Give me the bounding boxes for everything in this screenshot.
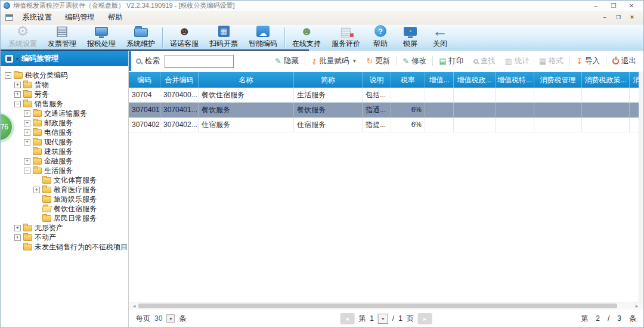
action-button-统计[interactable]: ▥统计: [500, 56, 534, 66]
horizontal-scrollbar[interactable]: ◂ ▸: [129, 302, 643, 310]
action-button-修改[interactable]: ✎修改: [398, 56, 431, 66]
scrollbar-thumb[interactable]: [138, 304, 617, 308]
tree-node-金融服务[interactable]: +金融服务: [5, 156, 127, 166]
column-header-消费税政策...[interactable]: 消费税政策...: [582, 72, 630, 88]
close-button[interactable]: ✕: [623, 1, 640, 11]
tree-node-交通运输服务[interactable]: +交通运输服务: [5, 109, 127, 118]
scroll-right-arrow-icon[interactable]: ▸: [633, 302, 641, 310]
toolbar-button-系统维护[interactable]: 系统维护: [121, 23, 160, 49]
toolbar-button-帮助[interactable]: ?帮助: [366, 23, 395, 49]
toolbar-button-锁屏[interactable]: ▪锁屏: [395, 23, 425, 49]
tree-node-旅游娱乐服务[interactable]: 旅游娱乐服务: [5, 194, 127, 204]
table-row-2[interactable]: 30704013070401...餐饮服务餐饮服务指通...6%: [129, 103, 643, 117]
tree-node-居民日常服务[interactable]: 居民日常服务: [5, 213, 127, 223]
mdi-document-icon[interactable]: [5, 14, 13, 21]
update-icon: ↻: [366, 57, 373, 65]
column-header-编码[interactable]: 编码: [129, 72, 160, 88]
tree-node-税收分类编码[interactable]: −税收分类编码: [5, 70, 127, 80]
tree-node-劳务[interactable]: +劳务: [5, 89, 127, 99]
mdi-minimize-button[interactable]: –: [600, 14, 609, 20]
collapse-icon[interactable]: −: [24, 168, 30, 174]
per-page-value[interactable]: 30: [154, 314, 162, 323]
per-page-dropdown-icon[interactable]: ▼: [166, 314, 175, 323]
toolbar-button-在线支持[interactable]: ☻在线支持: [287, 23, 326, 49]
scroll-left-arrow-icon[interactable]: ◂: [130, 302, 138, 310]
column-header-税率[interactable]: 税率: [391, 72, 425, 88]
action-separator: [432, 56, 433, 66]
toolbar-button-关闭[interactable]: ←关闭: [425, 23, 455, 49]
tree-node-不动产[interactable]: +不动产: [5, 233, 127, 242]
collapse-icon[interactable]: −: [14, 101, 21, 107]
table-row-3[interactable]: 30704023070402...住宿服务住宿服务指提...6%: [129, 117, 643, 132]
toolbar-button-诺诺客服[interactable]: ☻诺诺客服: [165, 23, 204, 49]
menu-item-3[interactable]: 帮助: [101, 11, 129, 24]
column-header-简称[interactable]: 简称: [294, 72, 363, 88]
expand-icon[interactable]: +: [24, 158, 30, 165]
page-select-dropdown[interactable]: ▼: [378, 314, 388, 324]
tree-node-货物[interactable]: +货物: [5, 80, 127, 89]
minimize-button[interactable]: –: [587, 1, 605, 11]
cell-名称: 餐饮住宿服务: [199, 88, 294, 102]
column-header-增值...[interactable]: 增值...: [425, 72, 454, 88]
edit-icon: ✎: [275, 57, 281, 65]
toolbar-button-报税处理[interactable]: 报税处理: [82, 23, 121, 49]
toolbar-button-智能编码[interactable]: ☁智能编码: [243, 23, 283, 49]
menu-item-1[interactable]: 系统设置: [16, 11, 58, 24]
cell-增值...: [425, 103, 454, 117]
mdi-close-button[interactable]: ✕: [628, 14, 636, 20]
tree-node-餐饮住宿服务[interactable]: 餐饮住宿服务: [5, 204, 127, 213]
table-body: 307043070400...餐饮住宿服务生活服务包括...3070401307…: [129, 88, 643, 132]
column-header-消费税管理[interactable]: 消费税管理: [534, 72, 582, 88]
action-button-更新[interactable]: ↻更新: [361, 56, 395, 66]
expand-icon[interactable]: +: [24, 120, 30, 126]
tree-node-无形资产[interactable]: +无形资产: [5, 223, 127, 233]
column-header-说明[interactable]: 说明: [363, 72, 391, 88]
tree-node-电信服务[interactable]: +电信服务: [5, 128, 127, 137]
tree-node-建筑服务[interactable]: 建筑服务: [5, 147, 127, 156]
action-button-打印[interactable]: ▤打印: [434, 56, 468, 66]
expand-icon[interactable]: +: [14, 234, 21, 241]
tree-node-销售服务[interactable]: −销售服务: [5, 99, 127, 109]
column-header-增值税政...[interactable]: 增值税政...: [454, 72, 496, 88]
expand-icon[interactable]: +: [24, 129, 30, 136]
action-button-隐藏[interactable]: ✎隐藏: [270, 56, 304, 66]
tree-node-文化体育服务[interactable]: 文化体育服务: [5, 175, 127, 185]
expand-icon[interactable]: +: [14, 82, 21, 88]
stats-icon: ▥: [505, 57, 512, 65]
action-button-格式[interactable]: ▦格式: [534, 56, 568, 66]
toolbar-button-扫码开票[interactable]: ▦扫码开票: [204, 23, 243, 49]
cell-编码: 3070401: [129, 103, 160, 117]
expand-icon[interactable]: +: [14, 225, 21, 231]
toolbar-button-系统设置[interactable]: ⚙系统设置: [3, 23, 42, 49]
vertical-scrollbar[interactable]: [639, 72, 643, 302]
tree-node-未发生销售行为的不征税项目[interactable]: 未发生销售行为的不征税项目: [5, 242, 127, 252]
expand-icon[interactable]: +: [24, 110, 30, 117]
tree-node-邮政服务[interactable]: +邮政服务: [5, 118, 127, 128]
expand-icon[interactable]: +: [14, 91, 21, 98]
prev-page-button[interactable]: ◂: [340, 313, 354, 324]
tree-node-教育医疗服务[interactable]: +教育医疗服务: [5, 185, 127, 194]
next-page-button[interactable]: ▸: [418, 313, 432, 324]
mdi-restore-button[interactable]: ❐: [614, 14, 623, 20]
tree-node-label: 现代服务: [44, 137, 73, 147]
menu-item-2[interactable]: 编码管理: [58, 11, 101, 24]
table-row-1[interactable]: 307043070400...餐饮住宿服务生活服务包括...: [129, 88, 643, 103]
expand-icon[interactable]: +: [24, 139, 30, 146]
column-header-增值税特...[interactable]: 增值税特...: [496, 72, 534, 88]
cell-增值税特...: [496, 88, 534, 102]
action-button-批量赋码[interactable]: ⚷批量赋码▼: [306, 56, 361, 66]
column-header-名称[interactable]: 名称: [199, 72, 294, 88]
toolbar-button-服务评价[interactable]: ▤服务评价: [326, 23, 366, 49]
search-input[interactable]: [165, 55, 234, 68]
expand-icon[interactable]: +: [33, 187, 40, 193]
dropdown-caret-icon[interactable]: ▼: [352, 58, 357, 64]
maximize-button[interactable]: ❐: [605, 1, 623, 11]
column-header-合并编码[interactable]: 合并编码: [160, 72, 199, 88]
collapse-icon[interactable]: −: [5, 72, 11, 79]
tree-node-现代服务[interactable]: +现代服务: [5, 137, 127, 147]
action-button-查找[interactable]: 查找: [469, 56, 500, 66]
tree-node-生活服务[interactable]: −生活服务: [5, 166, 127, 175]
action-button-退出[interactable]: 退出: [608, 56, 641, 66]
action-button-导入[interactable]: ↧导入: [571, 56, 605, 66]
toolbar-button-发票管理[interactable]: ▤发票管理: [42, 23, 82, 49]
